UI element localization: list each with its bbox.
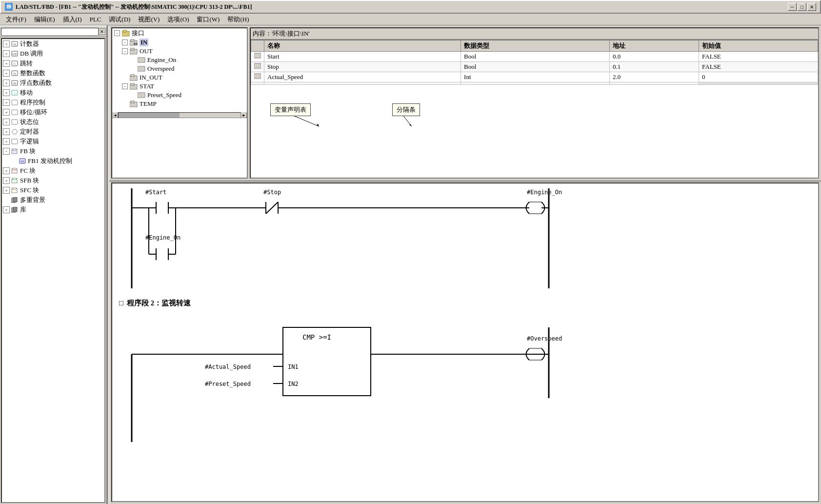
- expand-statusbit[interactable]: +: [3, 119, 10, 125]
- tree-item-progctrl[interactable]: + 程序控制: [2, 98, 104, 107]
- tree-item-statusbit[interactable]: + 状态位: [2, 117, 104, 127]
- timer-icon: [11, 128, 19, 135]
- tree-item-counter[interactable]: + SI 计数器: [2, 39, 104, 49]
- tree-item-move[interactable]: + ↕ 移动: [2, 88, 104, 98]
- expand-wordlogic[interactable]: +: [3, 138, 10, 145]
- expand-fbblock[interactable]: -: [3, 148, 10, 155]
- menu-file[interactable]: 文件(F): [2, 14, 30, 25]
- tree-item-db[interactable]: + DB DB 调用: [2, 49, 104, 59]
- expand-counter[interactable]: +: [3, 40, 10, 47]
- overspeed-var-icon: [137, 65, 146, 73]
- app-icon: 梯: [5, 3, 13, 11]
- tree-preset-speed[interactable]: Preset_Speed: [128, 91, 247, 100]
- cmp-label: CMP >=I: [302, 333, 331, 341]
- tree-item-sfcblock[interactable]: + SFC 块: [2, 185, 104, 195]
- restore-button[interactable]: □: [798, 3, 806, 11]
- sfbblock-icon: [11, 177, 19, 184]
- menu-plc[interactable]: PLC: [86, 15, 105, 24]
- tree-temp-folder[interactable]: TEMP: [120, 100, 247, 108]
- shift-label: 移位/循环: [20, 108, 47, 117]
- tree-item-float[interactable]: + SR 浮点数函数: [2, 78, 104, 88]
- tree-stat-folder[interactable]: - STAT: [120, 82, 247, 91]
- expand-interface-root[interactable]: -: [114, 30, 120, 36]
- tree-item-wordlogic[interactable]: + 字逻辑: [2, 137, 104, 146]
- tree-item-shift[interactable]: + 移位/循环: [2, 107, 104, 117]
- tree-engine-on[interactable]: Engine_On: [128, 56, 247, 64]
- multiinstance-icon: [11, 197, 19, 203]
- wordlogic-label: 字逻辑: [20, 137, 39, 146]
- menu-options[interactable]: 选项(O): [163, 14, 193, 25]
- left-panel: ✕ + SI 计数器 + DB DB 调用: [0, 25, 107, 504]
- expand-progctrl[interactable]: +: [3, 99, 10, 106]
- tree-in-folder[interactable]: - IN IN: [120, 38, 247, 47]
- expand-move[interactable]: +: [3, 89, 10, 96]
- expand-sfbblock[interactable]: +: [3, 177, 10, 184]
- table-row[interactable]: Stop Bool 0.1 FALSE: [251, 62, 818, 72]
- sfbblock-label: SFB 块: [20, 176, 39, 185]
- expand-shift[interactable]: +: [3, 109, 10, 116]
- menu-bar: 文件(F) 编辑(E) 插入(I) PLC 调试(D) 视图(V) 选项(O) …: [0, 14, 821, 25]
- expand-sfcblock[interactable]: +: [3, 187, 10, 194]
- tree-item-jump[interactable]: + C 跳转: [2, 59, 104, 68]
- table-row[interactable]: Start Bool 0.0 FALSE: [251, 52, 818, 62]
- ladder-diagram-area[interactable]: □ 程序段 2：监视转速 #Start #Stop #Engine_On: [111, 182, 819, 502]
- expand-db[interactable]: +: [3, 50, 10, 57]
- expand-fcblock[interactable]: +: [3, 167, 10, 174]
- menu-insert[interactable]: 插入(I): [59, 14, 86, 25]
- tree-scroll-left[interactable]: ◄: [112, 112, 118, 118]
- expand-float[interactable]: +: [3, 80, 10, 86]
- row2-name[interactable]: Stop: [264, 62, 461, 72]
- counter-icon: SI: [11, 40, 19, 47]
- tree-item-fb1[interactable]: FB FB1 发动机控制: [10, 156, 104, 166]
- menu-window[interactable]: 窗口(W): [193, 14, 223, 25]
- expand-out[interactable]: -: [122, 48, 128, 54]
- start-label: #Start: [145, 189, 166, 196]
- menu-view[interactable]: 视图(V): [134, 14, 163, 25]
- expand-multiinstance: [3, 197, 10, 203]
- tree-item-multiinstance[interactable]: 多重背景: [2, 195, 104, 205]
- title-bar: 梯 LAD/STL/FBD - [FB1 -- "发动机控制" -- 发动机控制…: [0, 0, 821, 14]
- in2-pin-label: IN2: [288, 381, 299, 387]
- shift-icon: [11, 109, 19, 116]
- expand-in[interactable]: -: [122, 40, 128, 45]
- var-declaration-area: - 接口 - IN IN: [109, 25, 821, 181]
- tree-inout-folder[interactable]: IN_OUT: [120, 73, 247, 82]
- row3-name[interactable]: Actual_Speed: [264, 72, 461, 82]
- tree-item-fcblock[interactable]: + FC 块: [2, 166, 104, 176]
- table-row[interactable]: [251, 82, 818, 85]
- move-label: 移动: [20, 88, 33, 97]
- close-button[interactable]: ✕: [807, 3, 816, 11]
- search-input[interactable]: [1, 28, 99, 36]
- svg-marker-53: [409, 124, 412, 126]
- row4-name[interactable]: [264, 82, 461, 85]
- row1-name[interactable]: Start: [264, 52, 461, 62]
- expand-int[interactable]: +: [3, 70, 10, 77]
- table-row[interactable]: Actual_Speed Int 2.0 0: [251, 72, 818, 82]
- menu-edit[interactable]: 编辑(E): [30, 14, 59, 25]
- tree-interface-root[interactable]: - 接口: [112, 28, 247, 38]
- panel-close-button[interactable]: ✕: [99, 28, 105, 35]
- tree-scrollbar[interactable]: [118, 112, 241, 118]
- minimize-button[interactable]: ─: [788, 3, 797, 11]
- row2-icon: [251, 62, 264, 72]
- expand-stat[interactable]: -: [122, 83, 128, 89]
- expand-library[interactable]: +: [3, 206, 10, 213]
- row4-icon: [251, 82, 264, 85]
- menu-debug[interactable]: 调试(D): [105, 14, 134, 25]
- svg-rect-43: [131, 83, 134, 85]
- svg-text:IN: IN: [134, 42, 138, 46]
- window-controls: ─ □ ✕: [788, 3, 816, 11]
- tree-out-folder[interactable]: - OUT: [120, 47, 247, 56]
- tree-scroll-right[interactable]: ►: [241, 112, 247, 118]
- tree-item-int[interactable]: + SI 整数函数: [2, 68, 104, 78]
- tree-item-timer[interactable]: + 定时器: [2, 127, 104, 137]
- expand-timer[interactable]: +: [3, 128, 10, 135]
- menu-help[interactable]: 帮助(H): [223, 14, 253, 25]
- expand-jump[interactable]: +: [3, 60, 10, 67]
- tree-item-sfbblock[interactable]: + SFB 块: [2, 176, 104, 185]
- row3-init: 0: [699, 72, 818, 82]
- timer-label: 定时器: [20, 127, 39, 136]
- tree-overspeed[interactable]: Overspeed: [128, 64, 247, 73]
- tree-item-fbblock[interactable]: - FB 块: [2, 146, 104, 156]
- tree-item-library[interactable]: + 库: [2, 205, 104, 215]
